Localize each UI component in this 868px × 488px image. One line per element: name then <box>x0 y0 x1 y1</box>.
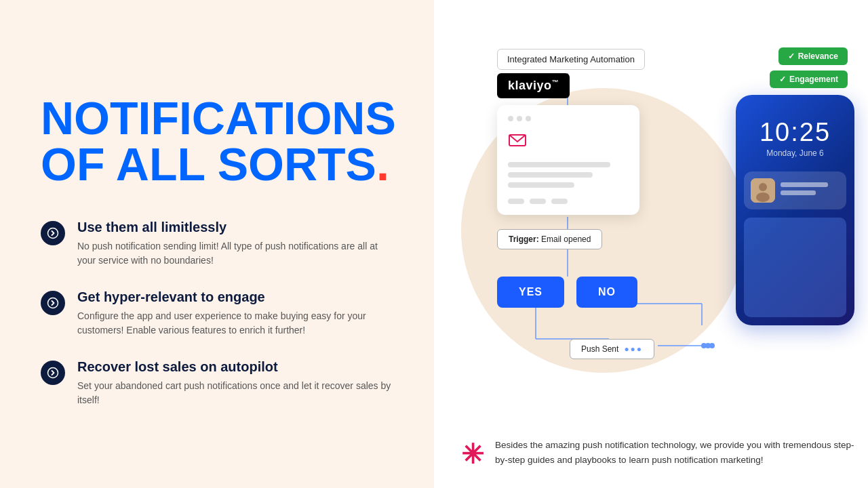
notif-line-1 <box>781 182 828 187</box>
klaviyo-logo: klaviyo™ <box>497 73 570 98</box>
feature-list: Use them all limitlessly No push notific… <box>41 220 393 407</box>
trigger-box: Trigger: Email opened <box>497 229 602 249</box>
title-dot: . <box>376 138 389 190</box>
card-dot-1 <box>508 116 513 121</box>
arrow-right-icon <box>41 221 65 245</box>
left-panel: NOTIFICATIONS OF ALL SORTS. Use them all… <box>0 0 434 488</box>
feature-heading-2: Recover lost sales on autopilot <box>77 359 393 375</box>
card-bottom-dot-2 <box>530 199 546 204</box>
asterisk-icon: ✳ <box>461 441 484 468</box>
notif-line-2 <box>781 190 816 195</box>
engagement-badge-text: Engagement <box>789 75 838 84</box>
phone-notification-card <box>744 171 846 209</box>
check-icon-engagement: ✓ <box>779 75 786 84</box>
feature-item-relevant: Get hyper-relevant to engage Configure t… <box>41 289 393 338</box>
svg-point-16 <box>759 183 767 191</box>
feature-heading-0: Use them all limitlessly <box>77 220 393 235</box>
feature-desc-1: Configure the app and user experience to… <box>77 309 393 338</box>
card-dot-3 <box>526 116 531 121</box>
card-line-1 <box>508 162 610 167</box>
card-bottom-dot-3 <box>551 199 568 204</box>
phone-image-area <box>744 218 846 317</box>
trigger-label: Trigger: <box>509 235 539 244</box>
feature-content-autopilot: Recover lost sales on autopilot Set your… <box>77 359 393 407</box>
main-title: NOTIFICATIONS OF ALL SORTS. <box>41 95 393 187</box>
feature-heading-1: Get hyper-relevant to engage <box>77 289 393 305</box>
title-line2: OF ALL SORTS <box>41 138 376 190</box>
bottom-note-text: Besides the amazing push notification te… <box>495 438 854 467</box>
push-sent-box: Push Sent ●●● <box>570 339 654 359</box>
ima-label-text: Integrated Marketing Automation <box>507 54 635 64</box>
phone-notif-lines <box>781 182 840 199</box>
yes-button-label: YES <box>519 286 542 298</box>
svg-point-2 <box>48 367 58 378</box>
feature-content-limitless: Use them all limitlessly No push notific… <box>77 220 393 268</box>
svg-point-17 <box>756 192 770 202</box>
yes-button[interactable]: YES <box>497 277 564 308</box>
card-line-3 <box>508 182 574 188</box>
check-icon-relevance: ✓ <box>788 52 795 61</box>
phone-notif-image <box>751 178 775 203</box>
klaviyo-text: klaviyo™ <box>508 79 559 93</box>
phone-mockup: 10:25 Monday, June 6 <box>736 95 854 325</box>
arrow-right-icon-3 <box>41 361 65 385</box>
relevance-badge-text: Relevance <box>798 52 838 61</box>
title-line1: NOTIFICATIONS <box>41 92 396 144</box>
svg-point-0 <box>48 228 58 238</box>
email-card-lines <box>508 162 629 188</box>
relevance-badge: ✓ Relevance <box>778 47 848 65</box>
no-button[interactable]: NO <box>576 277 637 308</box>
svg-point-1 <box>48 298 58 308</box>
feature-content-relevant: Get hyper-relevant to engage Configure t… <box>77 289 393 338</box>
feature-desc-0: No push notification sending limit! All … <box>77 239 393 268</box>
arrow-right-icon-2 <box>41 291 65 315</box>
card-bottom-dots <box>508 199 629 204</box>
push-sent-dots-icon: ●●● <box>624 344 643 354</box>
bottom-note: ✳ Besides the amazing push notification … <box>461 438 854 468</box>
card-dot-2 <box>517 116 522 121</box>
ima-label: Integrated Marketing Automation <box>497 49 645 70</box>
feature-item-limitless: Use them all limitlessly No push notific… <box>41 220 393 268</box>
email-icon <box>508 131 527 150</box>
right-panel: Integrated Marketing Automation ✓ Releva… <box>434 0 868 488</box>
svg-point-14 <box>709 343 715 348</box>
phone-date: Monday, June 6 <box>766 148 824 158</box>
card-bottom-dot-1 <box>508 199 524 204</box>
card-dots <box>508 116 629 121</box>
no-button-label: NO <box>598 286 616 298</box>
feature-desc-2: Set your abandoned cart push notificatio… <box>77 379 393 407</box>
feature-item-autopilot: Recover lost sales on autopilot Set your… <box>41 359 393 407</box>
trigger-value: Email opened <box>541 235 591 244</box>
email-card <box>497 105 639 215</box>
phone-time: 10:25 <box>760 118 831 147</box>
engagement-badge: ✓ Engagement <box>770 70 848 88</box>
push-sent-text: Push Sent <box>581 344 618 354</box>
card-line-2 <box>508 172 593 178</box>
